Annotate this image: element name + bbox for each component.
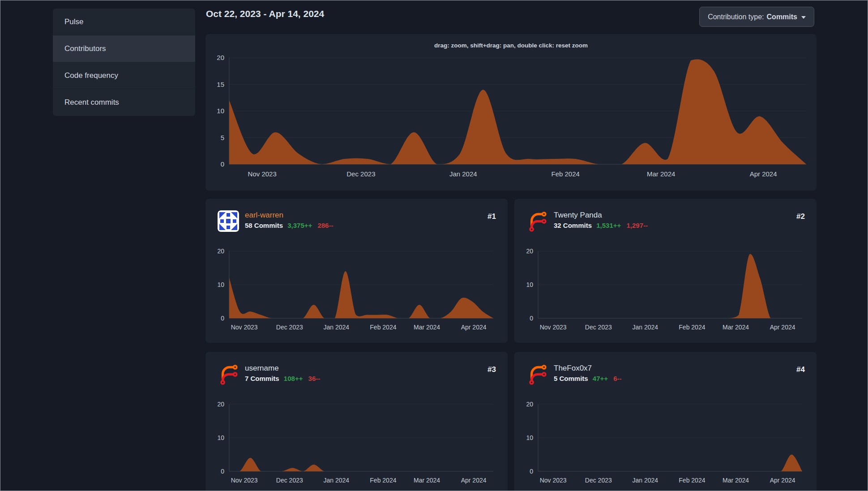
rank-badge: #1 (487, 212, 496, 221)
svg-text:0: 0 (221, 468, 224, 475)
svg-text:5: 5 (221, 134, 224, 141)
svg-text:Apr 2024: Apr 2024 (461, 477, 487, 484)
svg-text:20: 20 (526, 248, 533, 255)
contributor-identity: Twenty Panda 32 Commits 1,531++ 1,297-- (554, 210, 648, 232)
svg-text:20: 20 (217, 54, 224, 61)
contributor-cards-grid: earl-warren 58 Commits 3,375++ 286-- #1 … (205, 199, 817, 491)
svg-text:Jan 2024: Jan 2024 (449, 170, 477, 178)
forgejo-logo-avatar (526, 363, 548, 385)
contributor-stats: 7 Commits 108++ 36-- (245, 374, 320, 383)
sidebar-item-pulse[interactable]: Pulse (53, 9, 195, 35)
deletions-count: 1,297-- (626, 222, 648, 229)
svg-text:15: 15 (217, 81, 224, 88)
svg-text:Mar 2024: Mar 2024 (647, 170, 675, 178)
svg-text:0: 0 (530, 468, 533, 475)
svg-text:Dec 2023: Dec 2023 (346, 170, 375, 178)
contributor-card: TheFox0x7 5 Commits 47++ 6-- #4 01020Nov… (514, 352, 817, 491)
svg-text:Feb 2024: Feb 2024 (370, 324, 396, 331)
contribution-type-value: Commits (767, 13, 797, 21)
svg-text:Feb 2024: Feb 2024 (679, 477, 705, 484)
sidebar-item-code-frequency[interactable]: Code frequency (53, 62, 195, 89)
additions-count: 47++ (593, 375, 608, 382)
deletions-count: 286-- (317, 222, 333, 229)
identicon-avatar[interactable] (218, 210, 239, 232)
svg-text:Mar 2024: Mar 2024 (414, 324, 440, 331)
deletions-count: 36-- (308, 375, 321, 382)
contributor-card: username 7 Commits 108++ 36-- #3 01020No… (205, 352, 508, 491)
contributor-card-header: TheFox0x7 5 Commits 47++ 6-- #4 (514, 352, 817, 385)
sidebar-item-recent-commits[interactable]: Recent commits (53, 89, 195, 116)
svg-text:Apr 2024: Apr 2024 (750, 170, 777, 178)
svg-text:Mar 2024: Mar 2024 (723, 477, 749, 484)
svg-text:10: 10 (526, 434, 533, 441)
svg-text:Apr 2024: Apr 2024 (770, 324, 795, 331)
svg-text:Mar 2024: Mar 2024 (414, 477, 440, 484)
contributor-identity: username 7 Commits 108++ 36-- (245, 363, 320, 385)
contributor-identity: earl-warren 58 Commits 3,375++ 286-- (245, 210, 333, 232)
svg-text:Feb 2024: Feb 2024 (679, 324, 705, 331)
contributor-stats: 5 Commits 47++ 6-- (554, 374, 622, 383)
total-activity-panel: drag: zoom, shift+drag: pan, double clic… (205, 34, 817, 191)
contributor-name: Twenty Panda (554, 210, 648, 220)
svg-text:Dec 2023: Dec 2023 (276, 324, 303, 331)
svg-text:Nov 2023: Nov 2023 (248, 170, 277, 178)
svg-text:0: 0 (221, 160, 224, 168)
main-activity-chart[interactable]: 05101520Nov 2023Dec 2023Jan 2024Feb 2024… (205, 34, 817, 191)
svg-text:20: 20 (217, 401, 224, 408)
svg-text:10: 10 (526, 281, 533, 288)
svg-text:Nov 2023: Nov 2023 (540, 477, 567, 484)
svg-text:Dec 2023: Dec 2023 (276, 477, 303, 484)
svg-text:10: 10 (217, 107, 224, 115)
commit-count: 7 Commits (245, 375, 279, 382)
additions-count: 1,531++ (596, 222, 621, 229)
contributor-name: username (245, 363, 320, 373)
sidebar-item-contributors[interactable]: Contributors (53, 35, 195, 62)
contributor-name: TheFox0x7 (554, 363, 622, 373)
svg-text:0: 0 (221, 315, 224, 322)
svg-text:Dec 2023: Dec 2023 (585, 477, 612, 484)
sidebar-menu: Pulse Contributors Code frequency Recent… (53, 9, 195, 116)
svg-text:Nov 2023: Nov 2023 (231, 477, 258, 484)
svg-text:Apr 2024: Apr 2024 (770, 477, 795, 484)
deletions-count: 6-- (613, 375, 621, 382)
chevron-down-icon (801, 16, 806, 19)
contributor-card-header: earl-warren 58 Commits 3,375++ 286-- #1 (205, 199, 508, 232)
svg-text:20: 20 (526, 401, 533, 408)
svg-text:10: 10 (217, 281, 224, 288)
contribution-type-label: Contribution type: (708, 13, 764, 21)
forgejo-logo-avatar (218, 363, 239, 385)
svg-text:Nov 2023: Nov 2023 (540, 324, 567, 331)
contributor-card: earl-warren 58 Commits 3,375++ 286-- #1 … (205, 199, 508, 343)
rank-badge: #2 (796, 212, 805, 221)
contributors-page: Pulse Contributors Code frequency Recent… (0, 0, 868, 491)
rank-badge: #3 (487, 365, 496, 374)
date-range-heading: Oct 22, 2023 - Apr 14, 2024 (206, 9, 324, 19)
contributor-name[interactable]: earl-warren (245, 210, 333, 220)
contributor-activity-chart[interactable]: 01020Nov 2023Dec 2023Jan 2024Feb 2024Mar… (514, 247, 817, 336)
contributor-card-header: Twenty Panda 32 Commits 1,531++ 1,297-- … (514, 199, 817, 232)
svg-text:0: 0 (530, 315, 533, 322)
svg-text:Jan 2024: Jan 2024 (632, 477, 658, 484)
contributor-activity-chart[interactable]: 01020Nov 2023Dec 2023Jan 2024Feb 2024Mar… (205, 247, 508, 336)
rank-badge: #4 (796, 365, 805, 374)
svg-text:20: 20 (217, 248, 224, 255)
commit-count: 5 Commits (554, 375, 588, 382)
forgejo-logo-avatar (526, 210, 548, 232)
svg-text:Dec 2023: Dec 2023 (585, 324, 612, 331)
additions-count: 3,375++ (287, 222, 312, 229)
svg-text:10: 10 (217, 434, 224, 441)
contributor-card-header: username 7 Commits 108++ 36-- #3 (205, 352, 508, 385)
commit-count: 32 Commits (554, 222, 592, 229)
contributor-stats: 32 Commits 1,531++ 1,297-- (554, 221, 648, 230)
contribution-type-button[interactable]: Contribution type: Commits (699, 7, 814, 27)
svg-text:Jan 2024: Jan 2024 (323, 324, 349, 331)
svg-text:Jan 2024: Jan 2024 (323, 477, 349, 484)
contributor-activity-chart[interactable]: 01020Nov 2023Dec 2023Jan 2024Feb 2024Mar… (514, 400, 817, 489)
contributor-card: Twenty Panda 32 Commits 1,531++ 1,297-- … (514, 199, 817, 343)
contributor-activity-chart[interactable]: 01020Nov 2023Dec 2023Jan 2024Feb 2024Mar… (205, 400, 508, 489)
svg-text:Feb 2024: Feb 2024 (552, 170, 580, 178)
commit-count: 58 Commits (245, 222, 283, 229)
additions-count: 108++ (284, 375, 303, 382)
svg-text:Jan 2024: Jan 2024 (632, 324, 658, 331)
svg-text:Feb 2024: Feb 2024 (370, 477, 396, 484)
